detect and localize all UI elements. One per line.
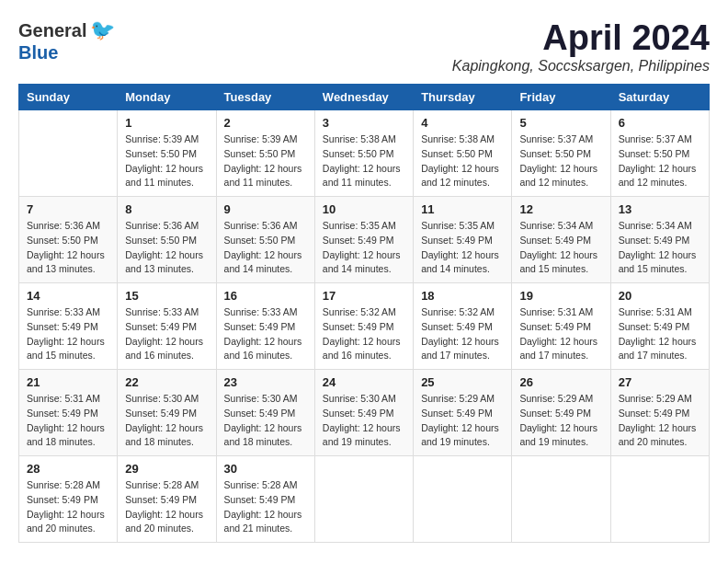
day-number: 15 bbox=[125, 289, 208, 303]
day-number: 8 bbox=[125, 202, 208, 216]
day-number: 11 bbox=[421, 202, 504, 216]
day-info: Sunrise: 5:28 AM Sunset: 5:49 PM Dayligh… bbox=[27, 478, 109, 536]
day-info: Sunrise: 5:33 AM Sunset: 5:49 PM Dayligh… bbox=[224, 305, 307, 363]
day-number: 17 bbox=[323, 289, 405, 303]
day-info: Sunrise: 5:30 AM Sunset: 5:49 PM Dayligh… bbox=[125, 392, 208, 450]
day-info: Sunrise: 5:31 AM Sunset: 5:49 PM Dayligh… bbox=[619, 305, 701, 363]
calendar-week-row: 7Sunrise: 5:36 AM Sunset: 5:50 PM Daylig… bbox=[19, 197, 710, 283]
calendar-cell: 20Sunrise: 5:31 AM Sunset: 5:49 PM Dayli… bbox=[610, 283, 709, 370]
weekday-header-friday: Friday bbox=[512, 85, 610, 110]
day-number: 21 bbox=[27, 375, 109, 389]
calendar-cell: 10Sunrise: 5:35 AM Sunset: 5:49 PM Dayli… bbox=[314, 197, 413, 283]
calendar-cell: 5Sunrise: 5:37 AM Sunset: 5:50 PM Daylig… bbox=[512, 110, 610, 197]
day-info: Sunrise: 5:31 AM Sunset: 5:49 PM Dayligh… bbox=[27, 392, 109, 450]
day-number: 10 bbox=[323, 202, 405, 216]
calendar-cell: 22Sunrise: 5:30 AM Sunset: 5:49 PM Dayli… bbox=[118, 370, 216, 456]
day-info: Sunrise: 5:28 AM Sunset: 5:49 PM Dayligh… bbox=[224, 478, 307, 536]
logo-blue-text: Blue bbox=[18, 42, 58, 63]
day-info: Sunrise: 5:38 AM Sunset: 5:50 PM Dayligh… bbox=[421, 132, 504, 190]
day-number: 4 bbox=[421, 116, 504, 130]
calendar-cell: 13Sunrise: 5:34 AM Sunset: 5:49 PM Dayli… bbox=[610, 197, 709, 283]
weekday-header-monday: Monday bbox=[118, 85, 216, 110]
calendar-cell: 30Sunrise: 5:28 AM Sunset: 5:49 PM Dayli… bbox=[216, 456, 314, 543]
page-header: General 🐦 Blue April 2024 Kapingkong, So… bbox=[18, 18, 710, 75]
weekday-header-tuesday: Tuesday bbox=[216, 85, 314, 110]
day-info: Sunrise: 5:39 AM Sunset: 5:50 PM Dayligh… bbox=[224, 132, 307, 190]
day-number: 27 bbox=[619, 375, 701, 389]
calendar-cell: 16Sunrise: 5:33 AM Sunset: 5:49 PM Dayli… bbox=[216, 283, 314, 370]
day-number: 29 bbox=[125, 462, 208, 476]
day-number: 1 bbox=[125, 116, 208, 130]
day-number: 20 bbox=[619, 289, 701, 303]
day-info: Sunrise: 5:31 AM Sunset: 5:49 PM Dayligh… bbox=[519, 305, 602, 363]
weekday-header-sunday: Sunday bbox=[19, 85, 118, 110]
day-info: Sunrise: 5:34 AM Sunset: 5:49 PM Dayligh… bbox=[619, 219, 701, 277]
day-number: 12 bbox=[519, 202, 602, 216]
day-info: Sunrise: 5:35 AM Sunset: 5:49 PM Dayligh… bbox=[323, 219, 405, 277]
calendar-cell: 9Sunrise: 5:36 AM Sunset: 5:50 PM Daylig… bbox=[216, 197, 314, 283]
calendar-cell: 19Sunrise: 5:31 AM Sunset: 5:49 PM Dayli… bbox=[512, 283, 610, 370]
day-info: Sunrise: 5:38 AM Sunset: 5:50 PM Dayligh… bbox=[323, 132, 405, 190]
day-number: 14 bbox=[27, 289, 109, 303]
day-info: Sunrise: 5:37 AM Sunset: 5:50 PM Dayligh… bbox=[619, 132, 701, 190]
day-number: 16 bbox=[224, 289, 307, 303]
day-number: 28 bbox=[27, 462, 109, 476]
day-info: Sunrise: 5:37 AM Sunset: 5:50 PM Dayligh… bbox=[519, 132, 602, 190]
logo-bird-icon: 🐦 bbox=[90, 18, 115, 42]
day-info: Sunrise: 5:29 AM Sunset: 5:49 PM Dayligh… bbox=[421, 392, 504, 450]
calendar-cell: 23Sunrise: 5:30 AM Sunset: 5:49 PM Dayli… bbox=[216, 370, 314, 456]
calendar-cell: 2Sunrise: 5:39 AM Sunset: 5:50 PM Daylig… bbox=[216, 110, 314, 197]
calendar-cell bbox=[512, 456, 610, 543]
day-number: 23 bbox=[224, 375, 307, 389]
day-info: Sunrise: 5:32 AM Sunset: 5:49 PM Dayligh… bbox=[421, 305, 504, 363]
day-number: 26 bbox=[519, 375, 602, 389]
day-info: Sunrise: 5:29 AM Sunset: 5:49 PM Dayligh… bbox=[519, 392, 602, 450]
day-info: Sunrise: 5:30 AM Sunset: 5:49 PM Dayligh… bbox=[323, 392, 405, 450]
title-section: April 2024 Kapingkong, Soccsksargen, Phi… bbox=[452, 18, 710, 75]
month-title: April 2024 bbox=[452, 18, 710, 58]
calendar-table: SundayMondayTuesdayWednesdayThursdayFrid… bbox=[18, 84, 710, 543]
calendar-week-row: 14Sunrise: 5:33 AM Sunset: 5:49 PM Dayli… bbox=[19, 283, 710, 370]
weekday-header-saturday: Saturday bbox=[610, 85, 709, 110]
calendar-cell bbox=[314, 456, 413, 543]
day-number: 3 bbox=[323, 116, 405, 130]
location: Kapingkong, Soccsksargen, Philippines bbox=[452, 58, 710, 75]
day-info: Sunrise: 5:36 AM Sunset: 5:50 PM Dayligh… bbox=[125, 219, 208, 277]
calendar-cell: 12Sunrise: 5:34 AM Sunset: 5:49 PM Dayli… bbox=[512, 197, 610, 283]
day-info: Sunrise: 5:33 AM Sunset: 5:49 PM Dayligh… bbox=[27, 305, 109, 363]
calendar-cell: 14Sunrise: 5:33 AM Sunset: 5:49 PM Dayli… bbox=[19, 283, 118, 370]
day-info: Sunrise: 5:30 AM Sunset: 5:49 PM Dayligh… bbox=[224, 392, 307, 450]
calendar-cell: 26Sunrise: 5:29 AM Sunset: 5:49 PM Dayli… bbox=[512, 370, 610, 456]
day-number: 24 bbox=[323, 375, 405, 389]
day-number: 9 bbox=[224, 202, 307, 216]
calendar-week-row: 28Sunrise: 5:28 AM Sunset: 5:49 PM Dayli… bbox=[19, 456, 710, 543]
calendar-cell bbox=[19, 110, 118, 197]
day-info: Sunrise: 5:28 AM Sunset: 5:49 PM Dayligh… bbox=[125, 478, 208, 536]
day-number: 30 bbox=[224, 462, 307, 476]
day-number: 13 bbox=[619, 202, 701, 216]
day-info: Sunrise: 5:36 AM Sunset: 5:50 PM Dayligh… bbox=[224, 219, 307, 277]
calendar-cell: 3Sunrise: 5:38 AM Sunset: 5:50 PM Daylig… bbox=[314, 110, 413, 197]
day-info: Sunrise: 5:36 AM Sunset: 5:50 PM Dayligh… bbox=[27, 219, 109, 277]
calendar-cell: 4Sunrise: 5:38 AM Sunset: 5:50 PM Daylig… bbox=[414, 110, 512, 197]
calendar-cell: 28Sunrise: 5:28 AM Sunset: 5:49 PM Dayli… bbox=[19, 456, 118, 543]
day-number: 5 bbox=[519, 116, 602, 130]
day-info: Sunrise: 5:39 AM Sunset: 5:50 PM Dayligh… bbox=[125, 132, 208, 190]
day-number: 25 bbox=[421, 375, 504, 389]
calendar-cell: 24Sunrise: 5:30 AM Sunset: 5:49 PM Dayli… bbox=[314, 370, 413, 456]
calendar-cell bbox=[414, 456, 512, 543]
day-number: 19 bbox=[519, 289, 602, 303]
day-info: Sunrise: 5:35 AM Sunset: 5:49 PM Dayligh… bbox=[421, 219, 504, 277]
day-number: 18 bbox=[421, 289, 504, 303]
calendar-cell: 29Sunrise: 5:28 AM Sunset: 5:49 PM Dayli… bbox=[118, 456, 216, 543]
day-number: 6 bbox=[619, 116, 701, 130]
day-info: Sunrise: 5:33 AM Sunset: 5:49 PM Dayligh… bbox=[125, 305, 208, 363]
day-info: Sunrise: 5:29 AM Sunset: 5:49 PM Dayligh… bbox=[619, 392, 701, 450]
calendar-cell: 11Sunrise: 5:35 AM Sunset: 5:49 PM Dayli… bbox=[414, 197, 512, 283]
calendar-cell: 17Sunrise: 5:32 AM Sunset: 5:49 PM Dayli… bbox=[314, 283, 413, 370]
calendar-cell: 7Sunrise: 5:36 AM Sunset: 5:50 PM Daylig… bbox=[19, 197, 118, 283]
calendar-week-row: 1Sunrise: 5:39 AM Sunset: 5:50 PM Daylig… bbox=[19, 110, 710, 197]
day-number: 2 bbox=[224, 116, 307, 130]
logo-general-text: General bbox=[18, 20, 86, 41]
calendar-cell: 25Sunrise: 5:29 AM Sunset: 5:49 PM Dayli… bbox=[414, 370, 512, 456]
